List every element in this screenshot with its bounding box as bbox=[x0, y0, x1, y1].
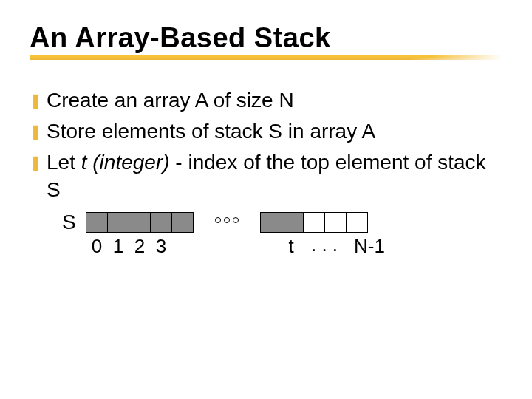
bullet-1-text: Create an array A of size N bbox=[47, 86, 502, 115]
array-cells-left bbox=[86, 212, 194, 233]
idx-ellipsis: . . . bbox=[302, 233, 347, 256]
bullet-2: ❚ Store elements of stack S in array A bbox=[30, 117, 502, 146]
array-name-label: S bbox=[62, 211, 86, 234]
bullet-3-ital: t (integer) bbox=[81, 151, 170, 174]
array-ellipsis-cells bbox=[194, 214, 260, 225]
bullet-icon: ❚ bbox=[30, 122, 42, 142]
slide-title: An Array-Based Stack bbox=[30, 22, 502, 54]
idx-0: 0 bbox=[86, 235, 108, 258]
bullet-3-pre: Let bbox=[47, 151, 81, 174]
array-cell bbox=[303, 212, 325, 233]
array-cell bbox=[324, 212, 347, 233]
bullet-icon: ❚ bbox=[30, 91, 42, 111]
idx-2: 2 bbox=[129, 235, 151, 258]
bullet-list: ❚ Create an array A of size N ❚ Store el… bbox=[30, 86, 502, 204]
idx-3: 3 bbox=[150, 235, 172, 258]
bullet-icon: ❚ bbox=[30, 153, 42, 173]
array-cells-right bbox=[260, 212, 368, 233]
idx-n-minus-1: N-1 bbox=[347, 235, 392, 258]
array-cell bbox=[129, 212, 151, 233]
array-cell bbox=[86, 212, 108, 233]
bullet-2-text: Store elements of stack S in array A bbox=[47, 117, 502, 146]
title-underline bbox=[30, 55, 502, 61]
array-cell bbox=[260, 212, 282, 233]
bullet-1: ❚ Create an array A of size N bbox=[30, 86, 502, 115]
bullet-3: ❚ Let t (integer) - index of the top ele… bbox=[30, 149, 502, 205]
bullet-3-text: Let t (integer) - index of the top eleme… bbox=[47, 149, 502, 205]
array-cell bbox=[150, 212, 172, 233]
array-cell bbox=[171, 212, 194, 233]
array-cell bbox=[346, 212, 368, 233]
idx-1: 1 bbox=[107, 235, 129, 258]
array-cell bbox=[107, 212, 129, 233]
array-cell bbox=[282, 212, 304, 233]
index-labels: 0 1 2 3 t . . . N-1 bbox=[62, 235, 502, 258]
array-diagram: S 0 1 2 3 bbox=[62, 211, 502, 258]
idx-t: t bbox=[280, 235, 302, 258]
